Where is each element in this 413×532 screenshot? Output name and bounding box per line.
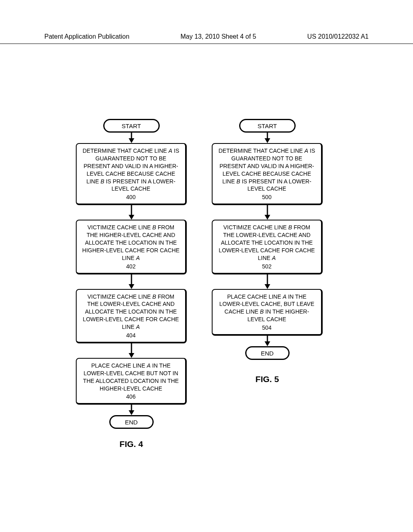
- svg-marker-17: [265, 341, 270, 346]
- box-number: 504: [217, 324, 317, 332]
- fig5-box-500: DETERMINE THAT CACHE LINE A IS GUARANTEE…: [212, 143, 323, 205]
- svg-marker-3: [129, 215, 134, 220]
- box-number: 406: [81, 393, 181, 401]
- svg-marker-11: [265, 138, 270, 143]
- fig5-end-terminator: END: [245, 346, 290, 360]
- end-label: END: [125, 419, 138, 426]
- start-label: START: [258, 123, 277, 129]
- fig4-box-400: DETERMINE THAT CACHE LINE A IS GUARANTEE…: [76, 143, 187, 205]
- box-number: 502: [217, 263, 317, 270]
- svg-marker-1: [129, 138, 134, 143]
- box-number: 500: [217, 193, 317, 201]
- fig4-box-406: PLACE CACHE LINE A IN THE LOWER-LEVEL CA…: [76, 358, 187, 405]
- svg-marker-7: [129, 353, 134, 358]
- arrow: [127, 133, 136, 143]
- svg-marker-15: [265, 284, 270, 289]
- fig4-box-402: VICTIMIZE CACHE LINE B FROM THE HIGHER-L…: [76, 220, 187, 274]
- box-number: 400: [81, 193, 181, 201]
- fig5-flowchart: START DETERMINE THAT CACHE LINE A IS GUA…: [212, 119, 323, 384]
- header-right: US 2010/0122032 A1: [307, 33, 369, 40]
- arrow: [263, 274, 271, 289]
- svg-marker-9: [129, 410, 134, 415]
- box-number: 402: [81, 263, 181, 270]
- fig5-start-terminator: START: [239, 119, 296, 133]
- box-number: 404: [81, 332, 181, 339]
- arrow: [127, 343, 136, 358]
- header: Patent Application Publication May 13, 2…: [0, 33, 413, 44]
- start-label: START: [122, 123, 141, 129]
- fig4-flowchart: START DETERMINE THAT CACHE LINE A IS GUA…: [76, 119, 187, 449]
- header-center: May 13, 2010 Sheet 4 of 5: [180, 33, 256, 40]
- fig4-box-404: VICTIMIZE CACHE LINE B FROM THE LOWER-LE…: [76, 289, 187, 343]
- arrow: [263, 133, 271, 143]
- arrow: [263, 336, 271, 346]
- arrow: [127, 274, 136, 289]
- header-left: Patent Application Publication: [44, 33, 129, 40]
- fig5-label: FIG. 5: [212, 374, 323, 384]
- svg-marker-13: [265, 215, 270, 220]
- fig4-label: FIG. 4: [76, 439, 187, 449]
- fig4-end-terminator: END: [109, 415, 154, 429]
- fig4-start-terminator: START: [103, 119, 160, 133]
- fig5-box-504: PLACE CACHE LINE A IN THE LOWER-LEVEL CA…: [212, 289, 323, 336]
- arrow: [127, 205, 136, 220]
- page-area: START DETERMINE THAT CACHE LINE A IS GUA…: [0, 48, 413, 524]
- end-label: END: [261, 350, 274, 357]
- arrow: [127, 405, 136, 415]
- fig5-box-502: VICTIMIZE CACHE LINE B FROM THE LOWER-LE…: [212, 220, 323, 274]
- arrow: [263, 205, 271, 220]
- svg-marker-5: [129, 284, 134, 289]
